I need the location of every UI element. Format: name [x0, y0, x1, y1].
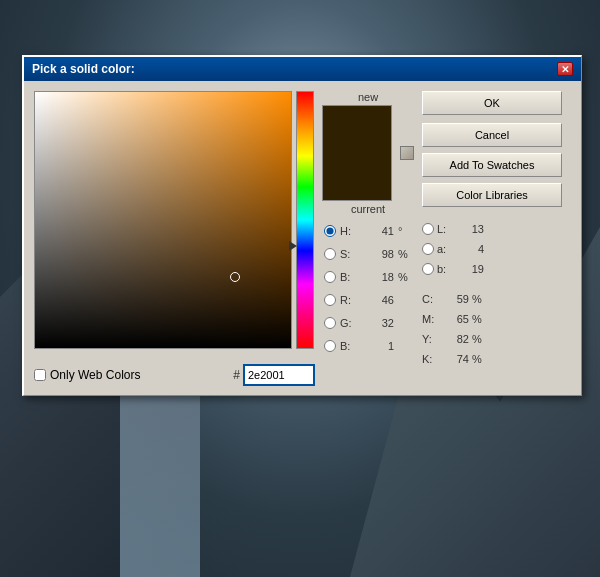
- saturation-radio[interactable]: [324, 248, 336, 260]
- brightness-unit: %: [398, 271, 412, 283]
- picker-and-hue: [34, 91, 314, 349]
- green-label: G:: [340, 317, 358, 329]
- brightness-label: B:: [340, 271, 358, 283]
- hex-label: #: [233, 368, 240, 382]
- hue-slider[interactable]: [296, 91, 314, 349]
- saturation-unit: %: [398, 248, 412, 260]
- swatch-icon: [400, 146, 414, 160]
- left-area: Only Web Colors #: [34, 91, 314, 385]
- c-row: C: 59 %: [422, 289, 562, 309]
- b-lab-value: 19: [456, 263, 484, 275]
- c-value: 59: [441, 293, 469, 305]
- hex-input[interactable]: [244, 365, 314, 385]
- saturation-value: 98: [362, 248, 394, 260]
- add-to-swatches-button[interactable]: Add To Swatches: [422, 153, 562, 177]
- hue-slider-arrow: [289, 241, 297, 251]
- hex-area: #: [233, 365, 314, 385]
- a-radio[interactable]: [422, 243, 434, 255]
- b-lab-row: b: 19: [422, 259, 562, 279]
- dialog-titlebar: Pick a solid color: ✕: [24, 57, 581, 81]
- only-web-colors-area[interactable]: Only Web Colors: [34, 368, 140, 382]
- y-value: 82: [441, 333, 469, 345]
- close-button[interactable]: ✕: [557, 62, 573, 76]
- only-web-colors-checkbox[interactable]: [34, 369, 46, 381]
- blue-label: B:: [340, 340, 358, 352]
- hue-radio[interactable]: [324, 225, 336, 237]
- cmyk-section: C: 59 % M: 65 % Y: 82 % K: 74 %: [422, 289, 562, 369]
- red-value: 46: [362, 294, 394, 306]
- new-label: new: [358, 91, 378, 103]
- hue-row: H: 41 °: [324, 221, 412, 241]
- b-lab-radio[interactable]: [422, 263, 434, 275]
- dialog-title: Pick a solid color:: [32, 62, 135, 76]
- bottom-section: Only Web Colors #: [34, 361, 314, 385]
- a-row: a: 4: [422, 239, 562, 259]
- lab-section: L: 13 a: 4 b: 19: [422, 219, 562, 279]
- current-color-swatch[interactable]: [322, 153, 392, 201]
- brightness-value: 18: [362, 271, 394, 283]
- c-unit: %: [472, 293, 484, 305]
- brightness-row: B: 18 %: [324, 267, 412, 287]
- hue-unit: °: [398, 225, 412, 237]
- green-value: 32: [362, 317, 394, 329]
- k-label: K:: [422, 353, 438, 365]
- cancel-button[interactable]: Cancel: [422, 123, 562, 147]
- hsb-controls: H: 41 ° S: 98 % B: 18 %: [324, 221, 412, 356]
- brightness-radio[interactable]: [324, 271, 336, 283]
- center-area: new current H: 41 °: [322, 91, 414, 385]
- red-row: R: 46: [324, 290, 412, 310]
- blue-value: 1: [362, 340, 394, 352]
- l-value: 13: [456, 223, 484, 235]
- saturation-row: S: 98 %: [324, 244, 412, 264]
- blue-radio[interactable]: [324, 340, 336, 352]
- current-label: current: [351, 203, 385, 215]
- blue-row: B: 1: [324, 336, 412, 356]
- color-picker-handle: [230, 272, 240, 282]
- green-radio[interactable]: [324, 317, 336, 329]
- k-unit: %: [472, 353, 484, 365]
- m-unit: %: [472, 313, 484, 325]
- only-web-colors-label: Only Web Colors: [50, 368, 140, 382]
- green-row: G: 32: [324, 313, 412, 333]
- saturation-label: S:: [340, 248, 358, 260]
- k-value: 74: [441, 353, 469, 365]
- hue-label: H:: [340, 225, 358, 237]
- dialog-body: Only Web Colors # new: [24, 81, 581, 395]
- new-color-swatch[interactable]: [322, 105, 392, 153]
- color-libraries-button[interactable]: Color Libraries: [422, 183, 562, 207]
- ok-button[interactable]: OK: [422, 91, 562, 115]
- m-row: M: 65 %: [422, 309, 562, 329]
- y-row: Y: 82 %: [422, 329, 562, 349]
- color-picker-dialog: Pick a solid color: ✕: [22, 55, 582, 396]
- right-panel: OK Cancel Add To Swatches Color Librarie…: [422, 91, 562, 385]
- l-radio[interactable]: [422, 223, 434, 235]
- y-label: Y:: [422, 333, 438, 345]
- hue-value: 41: [362, 225, 394, 237]
- m-value: 65: [441, 313, 469, 325]
- m-label: M:: [422, 313, 438, 325]
- l-label: L:: [437, 223, 453, 235]
- color-gradient-picker[interactable]: [34, 91, 292, 349]
- c-label: C:: [422, 293, 438, 305]
- b-lab-label: b:: [437, 263, 453, 275]
- y-unit: %: [472, 333, 484, 345]
- a-value: 4: [456, 243, 484, 255]
- red-label: R:: [340, 294, 358, 306]
- a-label: a:: [437, 243, 453, 255]
- red-radio[interactable]: [324, 294, 336, 306]
- l-row: L: 13: [422, 219, 562, 239]
- k-row: K: 74 %: [422, 349, 562, 369]
